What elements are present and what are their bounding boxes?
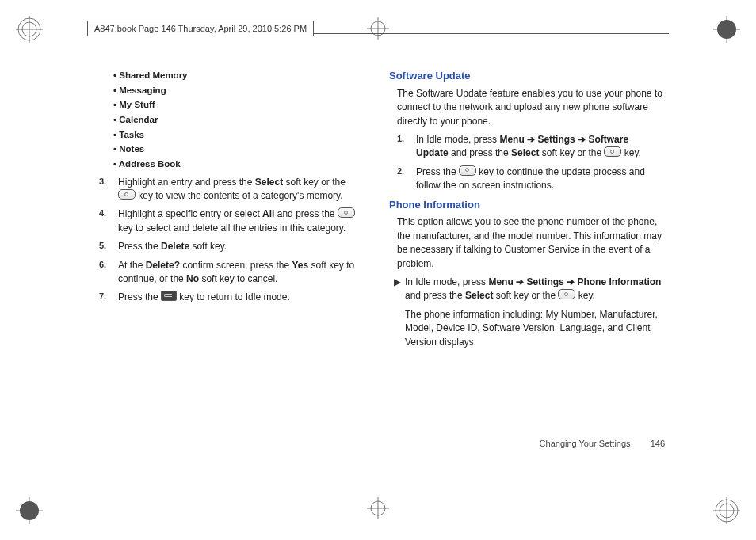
list-item: Shared Memory: [113, 69, 367, 82]
heading-phone-information: Phone Information: [389, 198, 665, 213]
step-number: 7.: [99, 291, 118, 304]
paragraph: This option allows you to see the phone …: [397, 215, 665, 271]
text: Press the: [416, 166, 459, 177]
text: Press the: [118, 241, 161, 252]
list-item: Tasks: [113, 128, 367, 142]
bold-text: Settings: [526, 276, 563, 287]
text: key to view the contents of a category's…: [136, 190, 343, 201]
text: and press the: [405, 290, 465, 301]
su-step-1: 1. In Idle mode, press Menu ➔ Settings ➔…: [397, 133, 665, 161]
ok-key-icon: [118, 189, 136, 200]
bold-text: All: [262, 208, 274, 219]
ok-key-icon: [338, 207, 355, 218]
text: soft key.: [189, 241, 227, 252]
bold-text: No: [186, 273, 199, 284]
text: soft key or the: [539, 147, 604, 158]
bold-text: Yes: [292, 260, 308, 271]
text: In Idle mode, press: [416, 134, 499, 145]
footer-page-number: 146: [651, 439, 665, 448]
ok-key-icon: [459, 165, 476, 176]
su-step-2: 2. Press the key to continue the update …: [397, 165, 665, 193]
list-item: Calendar: [113, 113, 367, 127]
text: and press the: [449, 147, 511, 158]
reg-mark-bottom-right: [713, 497, 740, 524]
text: Highlight an entry and press the: [118, 177, 255, 188]
step-text: Highlight an entry and press the Select …: [118, 176, 367, 203]
text: key to return to Idle mode.: [177, 291, 290, 302]
list-item: Notes: [113, 143, 367, 156]
paragraph: The Software Update feature enables you …: [397, 87, 665, 128]
text: At the: [118, 260, 146, 271]
step-number: 5.: [99, 240, 118, 253]
step-text: Press the key to return to Idle mode.: [118, 291, 367, 304]
text: soft key or the: [493, 290, 558, 301]
reg-mark-top-right: [713, 16, 740, 43]
bold-text: Settings: [537, 134, 575, 145]
step-text: At the Delete? confirm screen, press the…: [118, 259, 367, 287]
memory-category-list: Shared Memory Messaging My Stuff Calenda…: [113, 69, 367, 171]
text: key.: [575, 290, 594, 301]
step-6: 6. At the Delete? confirm screen, press …: [99, 259, 367, 287]
bold-text: Select: [511, 147, 539, 158]
text: Press the: [118, 291, 161, 302]
cross-mark-top: [367, 17, 389, 43]
reg-mark-bottom-left: [16, 497, 43, 524]
text: The phone information including: My Numb…: [405, 309, 658, 348]
step-text: Highlight a specific entry or select All…: [118, 207, 367, 235]
arrow-icon: ➔: [514, 276, 527, 287]
step-4: 4. Highlight a specific entry or select …: [99, 207, 367, 235]
bold-text: Delete?: [146, 260, 180, 271]
bold-text: Menu: [488, 276, 513, 287]
text: Highlight a specific entry or select: [118, 208, 262, 219]
text: soft key or the: [283, 177, 346, 188]
cross-mark-bottom: [367, 497, 389, 523]
list-item: My Stuff: [113, 98, 367, 112]
step-number: 6.: [99, 259, 118, 287]
text: key.: [621, 147, 640, 158]
page-footer: Changing Your Settings 146: [540, 439, 665, 448]
step-number: 1.: [397, 133, 416, 161]
step-7: 7. Press the key to return to Idle mode.: [99, 291, 367, 304]
arrow-icon: ➔: [564, 276, 578, 287]
bold-text: Update: [416, 147, 449, 158]
step-text: In Idle mode, press Menu ➔ Settings ➔ Ph…: [405, 276, 665, 349]
triangle-bullet-icon: ▶: [389, 276, 405, 349]
bold-text: Select: [255, 177, 283, 188]
arrow-icon: ➔: [575, 134, 589, 145]
ok-key-icon: [604, 146, 621, 157]
pi-step: ▶ In Idle mode, press Menu ➔ Settings ➔ …: [389, 276, 665, 349]
bold-text: Select: [465, 290, 493, 301]
text: and press the: [274, 208, 337, 219]
reg-mark-top-left: [16, 16, 43, 43]
left-column: Shared Memory Messaging My Stuff Calenda…: [91, 67, 367, 453]
end-key-icon: [161, 291, 177, 301]
text: In Idle mode, press: [405, 276, 488, 287]
step-number: 2.: [397, 165, 416, 193]
text: key to select and delete all the entries…: [118, 222, 346, 234]
arrow-icon: ➔: [525, 134, 538, 145]
heading-software-update: Software Update: [389, 69, 665, 84]
bold-text: Software: [588, 134, 628, 145]
list-item: Messaging: [113, 84, 367, 97]
text: soft key to cancel.: [199, 273, 277, 284]
list-item: Address Book: [113, 158, 367, 171]
page-body: Shared Memory Messaging My Stuff Calenda…: [91, 67, 665, 453]
step-5: 5. Press the Delete soft key.: [99, 240, 367, 253]
step-text: Press the Delete soft key.: [118, 240, 367, 253]
step-text: In Idle mode, press Menu ➔ Settings ➔ So…: [416, 133, 665, 161]
footer-section: Changing Your Settings: [540, 439, 631, 448]
step-3: 3. Highlight an entry and press the Sele…: [99, 176, 367, 203]
text: confirm screen, press the: [180, 260, 292, 271]
bold-text: Delete: [161, 241, 189, 252]
step-number: 4.: [99, 207, 118, 235]
header-stamp: A847.book Page 146 Thursday, April 29, 2…: [87, 21, 314, 36]
bold-text: Menu: [499, 134, 524, 145]
ok-key-icon: [558, 289, 575, 299]
step-text: Press the key to continue the update pro…: [416, 165, 665, 193]
bold-text: Phone Information: [577, 276, 661, 287]
right-column: Software Update The Software Update feat…: [389, 67, 665, 453]
step-number: 3.: [99, 176, 118, 203]
